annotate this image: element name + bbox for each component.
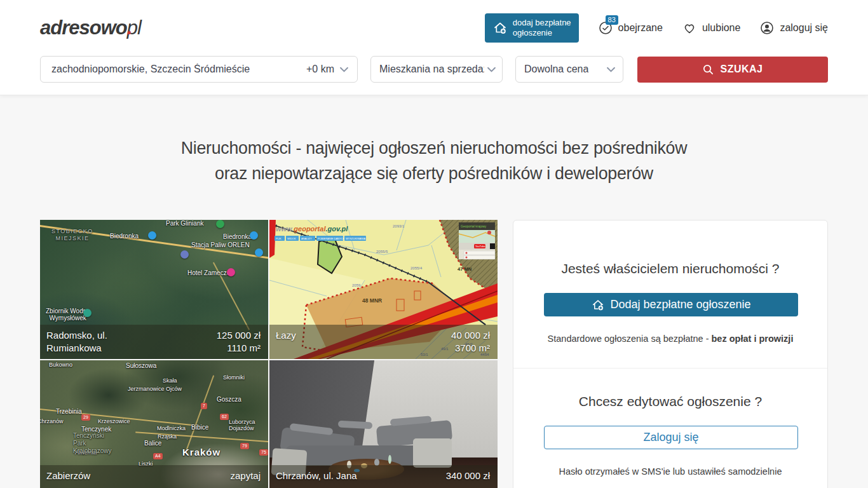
login-button-label: Zaloguj się (643, 431, 698, 444)
map-label: Balice (144, 440, 161, 447)
listing-price-area: 125 000 zł1110 m² (217, 329, 261, 359)
map-label: Słomniki (223, 374, 245, 381)
edit-title: Chcesz edytować ogłoszenie ? (544, 394, 797, 409)
map-label: TenczyńskiParkKrajobrazowy (73, 432, 112, 455)
map-label: Biedronka (110, 233, 139, 240)
category-value: Mieszkania na sprzedaż (379, 64, 484, 75)
listing-location: Zabierzów (46, 470, 90, 488)
map-label: Skała (163, 377, 177, 384)
listing-caption: Zabierzów zapytaj (40, 465, 268, 488)
svg-text:2055/5: 2055/5 (376, 250, 388, 254)
listing-caption: Radomsko, ul. Rumiankowa 125 000 zł1110 … (40, 325, 268, 359)
svg-text:47 MN: 47 MN (458, 266, 471, 272)
search-button-label: SZUKAJ (720, 64, 763, 75)
search-icon (702, 64, 714, 76)
road-shield: 62 (220, 414, 229, 420)
heart-icon (682, 20, 697, 36)
add-listing-button[interactable]: dodaj bezpłatneogłoszenie (485, 13, 579, 42)
login-button[interactable]: Zaloguj się (544, 426, 798, 449)
check-circle-icon: 83 (598, 20, 613, 36)
edit-section: Chcesz edytować ogłoszenie ? Zaloguj się… (513, 368, 827, 488)
map-label: Bukowno (49, 362, 72, 368)
listing-price: 340 000 zł (446, 470, 490, 488)
sofa-armrest (413, 438, 452, 468)
house-plus-icon (591, 298, 605, 312)
map-label: Biedronka (223, 233, 252, 240)
listing-tile-zabierzow[interactable]: Bukowno Sułoszowa Słomniki Skała Jerzman… (40, 360, 268, 488)
owner-section: Jesteś właścicielem nieruchomości ? Doda… (513, 220, 827, 368)
add-listing-label: dodaj bezpłatneogłoszenie (513, 18, 571, 37)
favorites-link[interactable]: ulubione (682, 20, 741, 36)
search-bar: zachodniopomorskie, Szczecin Śródmieście… (40, 56, 828, 83)
map-label: Jerzmanowice Ojców (128, 386, 182, 392)
location-value: zachodniopomorskie, Szczecin Śródmieście (51, 64, 250, 75)
viewed-link[interactable]: 83 obejrzane (598, 20, 663, 36)
svg-text:ANALIZY: ANALIZY (301, 237, 312, 240)
house-plus-icon (492, 20, 508, 36)
svg-text:WYSZUKIWANIA: WYSZUKIWANIA (346, 237, 366, 240)
map-marker-shop (250, 231, 258, 240)
category-select[interactable]: Mieszkania na sprzedaż (370, 56, 503, 83)
location-input[interactable]: zachodniopomorskie, Szczecin Śródmieście… (40, 56, 358, 83)
page-title: Nieruchomości - najwięcej ogłoszeń nieru… (64, 135, 804, 186)
svg-text:2093/1: 2093/1 (393, 224, 405, 228)
map-label-city: Kraków (182, 447, 220, 458)
svg-text:POBIERANIE DANYCH: POBIERANIE DANYCH (318, 237, 345, 240)
map-label: Sułoszowa (126, 362, 156, 369)
price-value: Dowolna cena (524, 64, 588, 75)
listing-caption: Chrzanów, ul. Jana 340 000 zł (269, 465, 498, 488)
svg-text:2059: 2059 (352, 283, 361, 287)
login-label: zaloguj się (780, 22, 828, 34)
map-marker-hotel (227, 268, 235, 276)
listing-location: Radomsko, ul. Rumiankowa (46, 329, 123, 359)
search-button[interactable]: SZUKAJ (637, 57, 828, 83)
price-select[interactable]: Dowolna cena (515, 56, 623, 83)
listing-tile-radomsko[interactable]: STOBIECKOMIEJSKIE Park Gliniank Biedronk… (40, 220, 268, 359)
svg-text:PLIK: PLIK (276, 237, 281, 240)
listing-location: Łazy (276, 329, 296, 359)
logo-dot: . (127, 17, 132, 39)
owner-note: Standardowe ogłoszenia są bezpłatne - be… (544, 334, 797, 344)
road-shield: 79 (240, 443, 249, 449)
map-label: STOBIECKOMIEJSKIE (51, 228, 93, 242)
road-shield: 75 (259, 449, 268, 456)
login-link[interactable]: zaloguj się (759, 20, 828, 36)
map-marker-park (216, 220, 224, 228)
radius-select[interactable]: +0 km (306, 64, 348, 75)
favorites-label: ulubione (702, 22, 741, 34)
listing-location: Chrzanów, ul. Jana (276, 470, 357, 488)
map-label: Bibice (191, 424, 208, 431)
svg-text:YouTube: YouTube (475, 245, 485, 248)
listing-tile-lazy[interactable]: www.geoportal.gov.pl PLIK WIDOK ANALIZY … (269, 220, 498, 359)
map-label: Trzebinia (56, 408, 82, 415)
road-shield: 29 (81, 414, 90, 421)
map-marker-shop (255, 248, 263, 257)
svg-text:www.geoportal.gov.pl: www.geoportal.gov.pl (276, 225, 348, 233)
map-label: Rząska (158, 433, 177, 440)
map-marker-fuel (180, 250, 189, 259)
listing-tile-chrzanow[interactable]: Chrzanów, ul. Jana 340 000 zł (269, 360, 498, 488)
header: adresowo.pl dodaj bezpłatneogłoszenie (0, 0, 868, 95)
user-circle-icon (759, 20, 775, 36)
radius-value: +0 km (306, 64, 334, 75)
road-shield: A4 (153, 453, 163, 459)
map-label: Modlniczka (157, 425, 186, 431)
listing-caption: Łazy 40 000 zł3700 m² (269, 325, 498, 359)
map-label: Goszcza (217, 396, 241, 403)
viewed-count-badge: 83 (606, 15, 618, 25)
logo-main: adresowo (40, 17, 127, 39)
map-label: Chrzanów (40, 418, 64, 424)
add-free-listing-button[interactable]: Dodaj bezpłatne ogłoszenie (544, 293, 798, 316)
listing-price-area: 40 000 zł3700 m² (451, 329, 490, 359)
svg-text:2055/4: 2055/4 (410, 266, 423, 270)
map-label: Krzeszowice (98, 418, 130, 424)
chevron-down-icon (340, 67, 348, 72)
map-marker-water (83, 309, 92, 317)
map-marker-shop (148, 231, 156, 240)
edit-note: Hasło otrzymałeś w SMS'ie lub ustawiłeś … (544, 466, 797, 477)
map-label: Park Gliniank (166, 220, 203, 227)
chevron-down-icon (607, 67, 615, 72)
logo[interactable]: adresowo.pl (40, 17, 141, 39)
map-label: Stacja Paliw ORLEN (191, 241, 250, 248)
map-road (185, 376, 214, 454)
